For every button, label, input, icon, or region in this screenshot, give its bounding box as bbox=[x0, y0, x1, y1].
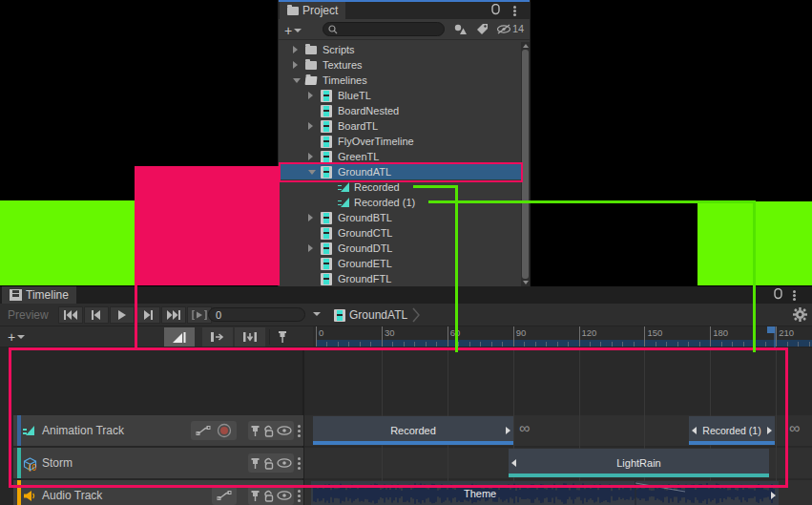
replace-mode-button[interactable] bbox=[235, 327, 265, 347]
tree-item-label: Recorded (1) bbox=[354, 197, 415, 208]
project-tree-item-groundftl[interactable]: GroundFTL bbox=[279, 271, 521, 286]
project-tree-item-boardnested[interactable]: BoardNested bbox=[279, 103, 521, 118]
ripple-mode-button[interactable] bbox=[202, 327, 233, 347]
tree-item-label: GreenTL bbox=[338, 151, 379, 162]
tree-item-label: Textures bbox=[323, 59, 363, 71]
kebab-menu-icon[interactable] bbox=[298, 490, 301, 493]
scrollbar-thumb[interactable] bbox=[522, 50, 529, 279]
project-search-input[interactable] bbox=[323, 22, 445, 36]
timeline-icon bbox=[10, 289, 22, 301]
lock-icon[interactable] bbox=[263, 490, 275, 502]
time-ruler[interactable]: 0306090120150180210 bbox=[313, 326, 812, 347]
folder-icon bbox=[305, 61, 317, 70]
eye-icon[interactable] bbox=[277, 491, 292, 500]
annotation-green-line-recorded1-v bbox=[753, 200, 756, 352]
ruler-tick-label: 30 bbox=[385, 327, 395, 338]
foldout-collapsed-icon[interactable] bbox=[308, 92, 313, 99]
project-tree-item-grounddtl[interactable]: GroundDTL bbox=[279, 241, 521, 256]
timeline-controls-row: Preview 0 GroundATL bbox=[0, 304, 812, 326]
ruler-tick-label: 0 bbox=[319, 327, 323, 338]
ruler-major-tick bbox=[513, 326, 514, 347]
current-frame-field[interactable]: 0 bbox=[208, 307, 305, 322]
tab-project[interactable]: Project bbox=[280, 2, 345, 19]
go-to-start-button[interactable] bbox=[58, 306, 83, 324]
foldout-collapsed-icon[interactable] bbox=[293, 46, 298, 53]
project-panel: Project + 14 ScriptsText bbox=[278, 0, 531, 286]
ruler-tick-label: 90 bbox=[516, 327, 527, 338]
foldout-collapsed-icon[interactable] bbox=[308, 214, 313, 221]
ruler-tick-label: 180 bbox=[713, 327, 728, 338]
tree-item-label: GroundETL bbox=[338, 258, 392, 269]
tree-item-label: BoardNested bbox=[338, 105, 399, 116]
foldout-collapsed-icon[interactable] bbox=[308, 122, 313, 130]
preview-toggle[interactable]: Preview bbox=[8, 308, 49, 322]
scroll-down-arrow-icon[interactable] bbox=[523, 281, 529, 284]
foldout-collapsed-icon[interactable] bbox=[308, 153, 313, 160]
tab-timeline[interactable]: Timeline bbox=[2, 286, 76, 304]
timeline-tab-strip: Timeline bbox=[0, 286, 812, 304]
project-tree-item-boardtl[interactable]: BoardTL bbox=[279, 118, 521, 134]
add-track-button[interactable]: + bbox=[8, 329, 25, 345]
tree-item-label: BlueTL bbox=[338, 90, 371, 101]
mix-mode-button[interactable] bbox=[164, 327, 195, 347]
kebab-menu-icon[interactable] bbox=[513, 6, 516, 9]
plus-icon: + bbox=[8, 329, 15, 345]
ruler-major-tick bbox=[448, 326, 448, 347]
tree-item-label: GroundDTL bbox=[338, 242, 392, 254]
foldout-expanded-icon[interactable] bbox=[293, 78, 301, 83]
search-by-label-icon[interactable] bbox=[476, 23, 489, 35]
project-tree-item-groundetl[interactable]: GroundETL bbox=[279, 256, 521, 271]
pin-icon[interactable] bbox=[250, 490, 260, 502]
curves-icon[interactable] bbox=[217, 490, 232, 501]
unlock-icon[interactable] bbox=[773, 288, 783, 301]
ruler-major-tick bbox=[316, 326, 317, 347]
go-to-end-button[interactable] bbox=[161, 306, 186, 324]
search-icon bbox=[328, 25, 338, 34]
ruler-major-tick bbox=[710, 326, 711, 347]
unity-editor: Project + 14 ScriptsText bbox=[0, 0, 812, 505]
annotation-green-line-recorded-h bbox=[413, 185, 458, 188]
project-tree-item-scripts[interactable]: Scripts bbox=[279, 42, 521, 57]
tree-item-label: BoardTL bbox=[338, 120, 378, 132]
frame-field-dropdown-icon[interactable] bbox=[313, 312, 321, 316]
ruler-major-tick bbox=[644, 326, 645, 347]
foldout-collapsed-icon[interactable] bbox=[293, 61, 298, 69]
timeline-toolbar: + bbox=[0, 326, 313, 347]
project-tree-item-groundctl[interactable]: GroundCTL bbox=[279, 225, 521, 241]
hidden-count-eye-slash-icon[interactable] bbox=[496, 24, 511, 34]
timeline-asset-icon bbox=[321, 120, 332, 133]
folder-icon bbox=[305, 76, 318, 85]
breadcrumb-chevron-icon bbox=[411, 306, 421, 324]
pin-icon[interactable] bbox=[277, 330, 288, 344]
clip-extend-right-icon bbox=[771, 492, 776, 499]
project-tree-item-flyovertimeline[interactable]: FlyOverTimeline bbox=[279, 134, 521, 149]
breadcrumb[interactable]: GroundATL bbox=[334, 306, 421, 324]
annotation-groundatl-outline bbox=[279, 162, 523, 182]
gear-icon[interactable] bbox=[793, 307, 807, 322]
unlock-icon[interactable] bbox=[490, 4, 501, 16]
project-tree-item-groundbtl[interactable]: GroundBTL bbox=[279, 210, 521, 225]
project-tab-strip: Project bbox=[279, 2, 530, 19]
search-by-type-icon[interactable] bbox=[453, 23, 467, 35]
animation-clip-icon bbox=[338, 198, 349, 208]
tree-item-label: Timelines bbox=[323, 74, 367, 86]
next-frame-button[interactable] bbox=[135, 306, 160, 324]
timeline-asset-icon bbox=[321, 242, 332, 255]
create-asset-button[interactable]: + bbox=[284, 23, 302, 38]
folder-icon bbox=[305, 46, 317, 54]
kebab-menu-icon[interactable] bbox=[793, 290, 796, 293]
annotation-green-line-recorded1-h bbox=[428, 200, 756, 203]
ruler-range-strip bbox=[316, 340, 812, 347]
annotation-pink-block bbox=[135, 166, 280, 285]
project-tree-item-bluetl[interactable]: BlueTL bbox=[279, 88, 521, 103]
annotation-green-block-left bbox=[0, 200, 135, 285]
play-button[interactable] bbox=[110, 306, 135, 324]
project-tree-item-timelines[interactable]: Timelines bbox=[279, 73, 521, 88]
project-tree-item-textures[interactable]: Textures bbox=[279, 57, 521, 73]
mix-mode-icon bbox=[172, 331, 187, 344]
annotation-green-line-recorded-v bbox=[455, 185, 458, 352]
previous-frame-button[interactable] bbox=[84, 306, 109, 324]
foldout-collapsed-icon[interactable] bbox=[308, 244, 313, 252]
scroll-up-arrow-icon[interactable] bbox=[523, 44, 529, 48]
tree-item-label: GroundBTL bbox=[338, 212, 392, 223]
